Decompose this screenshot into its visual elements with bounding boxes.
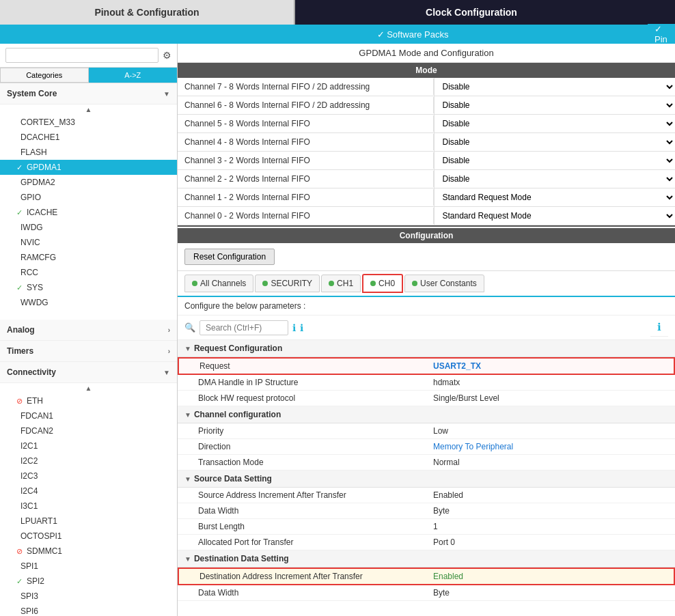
config-tab-ch1[interactable]: CH1 xyxy=(321,275,361,292)
reset-config-button[interactable]: Reset Configuration xyxy=(184,249,275,265)
sidebar-item-wwdg[interactable]: WWDG xyxy=(0,295,177,310)
sidebar-item-fdcan1[interactable]: FDCAN1 xyxy=(0,408,177,423)
gpdma1-check: ✓ xyxy=(16,163,23,172)
channel-config-label: Channel configuration xyxy=(194,410,281,419)
mode-ch4-dropdown[interactable]: Disable xyxy=(434,133,676,151)
dest-data-header[interactable]: ▼ Destination Data Setting xyxy=(178,550,675,568)
mode-ch7-dropdown[interactable]: Disable xyxy=(434,78,676,96)
user-constants-label: User Constants xyxy=(420,279,477,288)
clock-tab[interactable]: Clock Configuration xyxy=(295,0,648,25)
param-info-icon-right[interactable]: ℹ xyxy=(300,322,303,333)
request-config-header[interactable]: ▼ Request Configuration xyxy=(178,340,675,357)
sidebar-item-sdmmc1[interactable]: ⊘SDMMC1 xyxy=(0,544,177,559)
param-request-name: Request xyxy=(199,361,433,371)
sidebar-item-dcache1[interactable]: DCACHE1 xyxy=(0,130,177,145)
sidebar-category-system-core[interactable]: System Core ▼ xyxy=(0,83,177,104)
sidebar-item-nvic[interactable]: NVIC xyxy=(0,235,177,250)
mode-row-ch5: Channel 5 - 8 Words Internal FIFO Disabl… xyxy=(178,115,675,133)
sidebar-item-i3c1[interactable]: I3C1 xyxy=(0,499,177,514)
panel-info-icon[interactable]: ℹ xyxy=(650,318,668,337)
param-dest-data-width-value: Byte xyxy=(433,588,668,598)
source-data-header[interactable]: ▼ Source Data Setting xyxy=(178,471,675,488)
mode-ch5-dropdown[interactable]: Disable xyxy=(434,115,676,132)
source-data-collapse-icon: ▼ xyxy=(184,475,191,483)
param-search-input[interactable] xyxy=(199,320,288,335)
sidebar-item-eth[interactable]: ⊘ETH xyxy=(0,393,177,408)
connectivity-label: Connectivity xyxy=(7,367,56,377)
config-tab-user-constants[interactable]: User Constants xyxy=(404,275,484,292)
mode-ch7-select[interactable]: Disable xyxy=(434,78,676,96)
right-panel: GPDMA1 Mode and Configuration Mode Chann… xyxy=(178,44,675,616)
mode-ch3-dropdown[interactable]: Disable xyxy=(434,152,676,169)
pinout-tab[interactable]: Pinout & Configuration xyxy=(0,0,295,25)
param-transaction-name: Transaction Mode xyxy=(198,458,433,467)
sidebar-item-i2c2[interactable]: I2C2 xyxy=(0,453,177,468)
system-core-scroll-up[interactable]: ▲ xyxy=(0,104,177,115)
sidebar-tab-az[interactable]: A->Z xyxy=(89,68,178,83)
param-dest-data-width-name: Data Width xyxy=(198,588,433,598)
config-tab-all-channels[interactable]: All Channels xyxy=(184,275,253,292)
sidebar-search-input[interactable] xyxy=(5,48,159,63)
param-search-icon: 🔍 xyxy=(184,322,195,333)
mode-ch5-label: Channel 5 - 8 Words Internal FIFO xyxy=(178,115,434,132)
software-packs-btn[interactable]: ✓ Software Packs xyxy=(178,29,648,40)
sidebar-item-cortex-m33[interactable]: CORTEX_M33 xyxy=(0,115,177,130)
mode-ch3-label: Channel 3 - 2 Words Internal FIFO xyxy=(178,152,434,169)
sidebar-item-gpio[interactable]: GPIO xyxy=(0,190,177,205)
connectivity-chevron: ▼ xyxy=(163,369,170,376)
param-dest-addr-inc-name: Destination Address Increment After Tran… xyxy=(199,572,433,581)
sidebar-item-icache[interactable]: ✓ICACHE xyxy=(0,205,177,220)
sidebar-item-lpuart1[interactable]: LPUART1 xyxy=(0,514,177,529)
sidebar-item-ramcfg[interactable]: RAMCFG xyxy=(0,250,177,265)
mode-ch6-select[interactable]: Disable xyxy=(434,96,676,114)
mode-ch6-dropdown[interactable]: Disable xyxy=(434,96,676,114)
connectivity-scroll-up[interactable]: ▲ xyxy=(0,383,177,393)
sidebar-item-octospi1[interactable]: OCTOSPI1 xyxy=(0,529,177,544)
param-dest-addr-inc-value: Enabled xyxy=(433,572,667,581)
mode-row-ch0: Channel 0 - 2 Words Internal FIFO Standa… xyxy=(178,207,675,225)
sidebar-item-fdcan2[interactable]: FDCAN2 xyxy=(0,423,177,438)
param-row-block-hw: Block HW request protocol Single/Burst L… xyxy=(178,391,675,406)
mode-ch5-select[interactable]: Disable xyxy=(434,115,676,132)
param-row-dest-data-width: Data Width Byte xyxy=(178,585,675,601)
sidebar-item-sys[interactable]: ✓SYS xyxy=(0,280,177,295)
sidebar-item-iwdg[interactable]: IWDG xyxy=(0,220,177,235)
mode-ch0-select[interactable]: Standard Request Mode xyxy=(434,207,676,225)
dest-data-label: Destination Data Setting xyxy=(194,554,289,563)
param-section-request: ▼ Request Configuration Request USART2_T… xyxy=(178,340,675,406)
mode-ch2-select[interactable]: Disable xyxy=(434,170,676,188)
gear-icon[interactable]: ⚙ xyxy=(163,50,171,61)
mode-ch0-dropdown[interactable]: Standard Request Mode xyxy=(434,207,676,225)
mode-ch1-select[interactable]: Standard Request Mode xyxy=(434,188,676,206)
mode-ch2-dropdown[interactable]: Disable xyxy=(434,170,676,188)
sidebar-category-timers[interactable]: Timers › xyxy=(0,341,177,362)
mode-ch3-select[interactable]: Disable xyxy=(434,152,676,169)
sidebar-item-i2c4[interactable]: I2C4 xyxy=(0,484,177,499)
sidebar-item-i2c3[interactable]: I2C3 xyxy=(0,468,177,484)
sidebar-item-flash[interactable]: FLASH xyxy=(0,145,177,160)
config-tab-security[interactable]: SECURITY xyxy=(255,275,320,292)
sidebar-item-spi1[interactable]: SPI1 xyxy=(0,559,177,574)
sidebar-item-spi6[interactable]: SPI6 xyxy=(0,604,177,616)
param-info-icon-left[interactable]: ℹ xyxy=(292,322,296,333)
param-priority-value: Low xyxy=(433,426,668,436)
sidebar-item-spi2[interactable]: ✓SPI2 xyxy=(0,574,177,589)
mode-ch4-select[interactable]: Disable xyxy=(434,133,676,151)
sidebar-item-i2c1[interactable]: I2C1 xyxy=(0,438,177,453)
channel-config-header[interactable]: ▼ Channel configuration xyxy=(178,406,675,423)
mode-row-ch6: Channel 6 - 8 Words Internal FIFO / 2D a… xyxy=(178,96,675,115)
param-row-dma-handle: DMA Handle in IP Structure hdmatx xyxy=(178,375,675,391)
sidebar-category-connectivity[interactable]: Connectivity ▼ xyxy=(0,362,177,383)
sidebar-category-analog[interactable]: Analog › xyxy=(0,320,177,341)
sidebar-tab-categories[interactable]: Categories xyxy=(0,68,89,83)
sidebar-item-rcc[interactable]: RCC xyxy=(0,265,177,280)
config-tab-ch0[interactable]: CH0 xyxy=(362,274,403,293)
system-core-label: System Core xyxy=(7,89,57,98)
eth-check: ⊘ xyxy=(16,397,23,406)
mode-ch4-label: Channel 4 - 8 Words Internal FIFO xyxy=(178,134,434,150)
sidebar-item-gpdma2[interactable]: GPDMA2 xyxy=(0,175,177,190)
mode-ch1-dropdown[interactable]: Standard Request Mode xyxy=(434,188,676,206)
sidebar-item-spi3[interactable]: SPI3 xyxy=(0,589,177,604)
param-direction-name: Direction xyxy=(198,442,433,451)
sidebar-item-gpdma1[interactable]: ✓GPDMA1 xyxy=(0,160,177,175)
